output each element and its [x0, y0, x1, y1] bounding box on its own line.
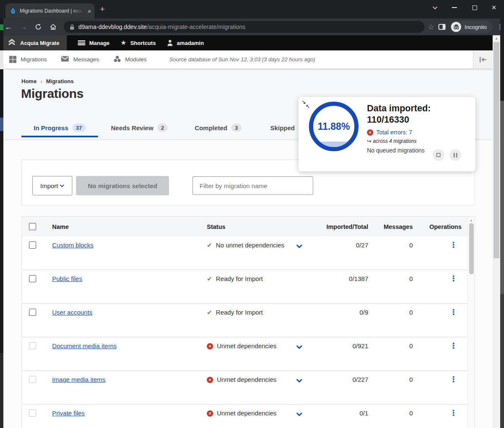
background-window-sliver-right: [500, 18, 504, 428]
reload-button[interactable]: [32, 21, 45, 33]
error-icon: ×: [367, 129, 373, 136]
table-row: Document media items × Unmet dependencie…: [22, 337, 475, 371]
operations-kebab-icon[interactable]: ⋮: [413, 275, 467, 303]
migration-name-link[interactable]: Document media items: [52, 342, 116, 349]
no-migrations-selected-button[interactable]: No migrations selected: [76, 176, 169, 195]
hook-arrow-icon: ↪: [367, 138, 371, 144]
nav-item-messages[interactable]: Messages: [61, 56, 99, 63]
new-tab-button[interactable]: +: [100, 5, 105, 14]
migration-name: Custom blocks: [52, 242, 207, 270]
status-label: Ready for Import: [216, 309, 263, 316]
tabs: In Progress 37 Needs Review 2 Completed …: [21, 118, 295, 137]
status-chevron-icon[interactable]: [296, 343, 314, 370]
window-close-button[interactable]: ×: [487, 2, 501, 13]
tab-title: Migrations Dashboard | example: [20, 8, 83, 14]
migration-name-link[interactable]: Image media items: [52, 376, 106, 383]
lock-icon: [70, 24, 74, 30]
import-dropdown-button[interactable]: Import: [32, 176, 72, 195]
check-icon: ✔: [207, 309, 212, 316]
migration-name-link[interactable]: User accounts: [52, 309, 92, 316]
imported-total-value: 0/27: [314, 242, 368, 270]
admin-item-user[interactable]: amadamin: [167, 39, 204, 46]
stop-button[interactable]: [433, 149, 444, 161]
breadcrumb-home-link[interactable]: Home: [21, 78, 37, 84]
page-scrollbar[interactable]: ▲: [493, 35, 500, 428]
status-chevron-icon[interactable]: [296, 242, 314, 270]
pause-icon: [454, 153, 457, 158]
collapse-toolbar-button[interactable]: [473, 50, 493, 68]
migration-name: Public files: [52, 275, 207, 303]
page-tab[interactable]: Needs Review 2: [111, 118, 168, 137]
home-button[interactable]: [47, 21, 60, 33]
row-checkbox[interactable]: [29, 275, 36, 282]
migration-name-link[interactable]: Public files: [52, 275, 82, 282]
page-tab[interactable]: Completed 3: [195, 118, 242, 137]
side-panel-icon[interactable]: [438, 24, 446, 30]
migration-name: Private files: [52, 410, 207, 428]
incognito-label: Incognito: [464, 24, 487, 30]
migration-name-link[interactable]: Custom blocks: [52, 242, 93, 249]
shortcuts-label: Shortcuts: [130, 40, 156, 46]
operations-kebab-icon[interactable]: ⋮: [413, 376, 467, 404]
filter-input[interactable]: [193, 176, 313, 195]
status-label: Ready for Import: [216, 275, 263, 282]
source-database-note: Source database of Sun Nov 12, 3:03 (3 d…: [169, 56, 315, 63]
screen: Migrations Dashboard | example × + × ← →…: [0, 0, 504, 428]
page-tab[interactable]: Skipped: [270, 118, 295, 137]
total-errors-link[interactable]: Total errors: 7: [376, 129, 412, 136]
operations-kebab-icon[interactable]: ⋮: [413, 342, 467, 370]
operations-kebab-icon[interactable]: ⋮: [413, 242, 467, 270]
pause-button[interactable]: [449, 149, 461, 161]
table-scrollbar[interactable]: ▲: [467, 217, 475, 428]
admin-item-shortcuts[interactable]: ★ Shortcuts: [121, 39, 156, 46]
browser-tab-strip: Migrations Dashboard | example × + ×: [0, 0, 504, 18]
row-checkbox[interactable]: [29, 242, 36, 249]
import-label: Import: [40, 182, 58, 189]
messages-count: 0: [368, 342, 413, 370]
admin-item-manage[interactable]: Manage: [78, 40, 109, 46]
operations-kebab-icon[interactable]: ⋮: [413, 309, 467, 337]
window-minimize-button[interactable]: [447, 2, 462, 13]
window-maximize-button[interactable]: [467, 2, 482, 13]
page-scrollbar-thumb[interactable]: [493, 42, 499, 258]
resize-nw-icon[interactable]: ↖: [306, 103, 310, 110]
scroll-up-icon[interactable]: ▲: [468, 219, 475, 222]
progress-percent: 11.88%: [313, 106, 354, 147]
page-tab[interactable]: In Progress 37: [21, 118, 98, 137]
back-button[interactable]: ←: [2, 21, 15, 33]
progress-donut: 11.88%: [309, 102, 359, 151]
tab-search-chevron-icon[interactable]: [428, 2, 442, 13]
messages-count: 0: [368, 376, 413, 404]
table-row: User accounts ✔ Ready for Import 0/9 0 ⋮: [22, 304, 475, 337]
migration-name: User accounts: [52, 309, 207, 337]
admin-brand-acquia-migrate[interactable]: Acquia Migrate: [3, 35, 67, 50]
browser-tab[interactable]: Migrations Dashboard | example ×: [5, 3, 95, 18]
migration-name-link[interactable]: Private files: [52, 410, 85, 417]
error-icon: ×: [207, 410, 213, 417]
scroll-up-icon[interactable]: ▲: [493, 37, 500, 40]
admin-brand-label: Acquia Migrate: [20, 40, 59, 46]
imported-total-value: 0/1: [314, 410, 368, 428]
forward-button[interactable]: →: [17, 21, 30, 33]
row-checkbox[interactable]: [29, 410, 36, 417]
operations-kebab-icon[interactable]: ⋮: [413, 410, 467, 428]
row-checkbox[interactable]: [29, 376, 36, 383]
status-chevron-icon[interactable]: [296, 410, 314, 428]
row-checkbox[interactable]: [29, 309, 36, 316]
status-cell: ✔ Ready for Import: [207, 309, 296, 337]
row-checkbox[interactable]: [29, 342, 36, 349]
nav-item-migrations[interactable]: Migrations: [9, 56, 47, 63]
incognito-spy-icon: [451, 22, 461, 32]
table-scrollbar-thumb[interactable]: [469, 223, 474, 274]
messages-count: 0: [368, 275, 413, 303]
nav-item-modules[interactable]: Modules: [113, 55, 147, 64]
manage-label: Manage: [89, 40, 109, 46]
status-chevron-icon[interactable]: [296, 377, 314, 404]
across-migrations-note: ↪across 4 migrations: [367, 138, 470, 144]
tab-close-icon[interactable]: ×: [87, 8, 91, 14]
drupal-favicon-icon: [10, 8, 16, 14]
select-all-checkbox[interactable]: [29, 223, 36, 230]
bookmark-star-icon[interactable]: ☆: [428, 23, 434, 32]
messages-count: 0: [368, 309, 413, 337]
address-bar[interactable]: d9ama-ddevblog.ddev.site/acquia-migrate-…: [64, 21, 425, 33]
